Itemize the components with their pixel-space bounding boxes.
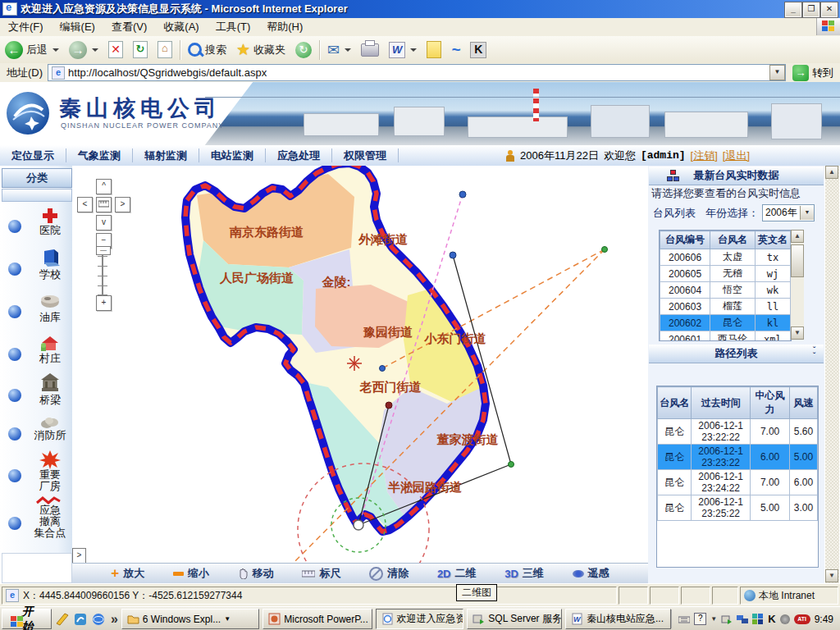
scroll-up-icon[interactable]: ▲ xyxy=(825,166,838,179)
scroll-thumb[interactable] xyxy=(791,244,804,277)
year-dropdown-icon[interactable]: ▼ xyxy=(800,206,814,220)
keyboard-tray-icon[interactable] xyxy=(678,614,690,625)
menu-file[interactable]: 文件(F) xyxy=(0,20,52,34)
print-button[interactable] xyxy=(356,43,384,57)
sidebar-item-hospital[interactable]: 医院 xyxy=(0,205,72,243)
edit-dropdown-icon[interactable] xyxy=(410,48,417,52)
tab-radiation-monitor[interactable]: 辐射监测 xyxy=(133,148,199,162)
history-button[interactable]: ↻ xyxy=(290,42,317,58)
start-button[interactable]: 开始 xyxy=(2,609,52,629)
note-button[interactable] xyxy=(422,41,446,58)
path-point-blue[interactable] xyxy=(380,366,386,372)
zoom-slider-handle[interactable]: — xyxy=(96,246,111,255)
address-dropdown-icon[interactable]: ▼ xyxy=(769,65,785,80)
path-point-blue[interactable] xyxy=(450,252,456,258)
scroll-down-icon[interactable]: ▼ xyxy=(825,569,838,582)
mail-dropdown-icon[interactable] xyxy=(345,48,351,52)
quicklaunch-editor-icon[interactable] xyxy=(55,612,70,627)
taskbar-button-powerpoint[interactable]: Microsoft PowerP... xyxy=(262,609,372,629)
taskbar-button-explorer-group[interactable]: 6 Windows Expl...▼ xyxy=(121,609,259,629)
pan-tool[interactable]: 移动 xyxy=(238,566,274,581)
taskbar-button-word-doc[interactable]: W 秦山核电站应急... xyxy=(565,609,671,629)
hidden-icons-chevron[interactable]: ▼ xyxy=(710,615,717,623)
grid-tray-icon[interactable] xyxy=(752,614,764,625)
layer-orb-icon[interactable] xyxy=(8,348,21,361)
table-row[interactable]: 200604悟空wk xyxy=(660,282,791,299)
taskbar-button-sql-server[interactable]: SQL Server 服务... xyxy=(467,609,562,629)
view-2d-tool[interactable]: 2D二维 xyxy=(437,566,477,581)
layer-orb-icon[interactable] xyxy=(8,389,21,402)
close-button[interactable]: ✕ xyxy=(821,2,838,17)
layer-orb-icon[interactable] xyxy=(8,427,21,441)
table-row[interactable]: 200606太虚tx xyxy=(660,249,791,266)
refresh-button[interactable]: ↻ xyxy=(128,41,153,58)
menu-favorites[interactable]: 收藏(A) xyxy=(155,20,207,34)
stop-button[interactable]: ✕ xyxy=(103,41,128,58)
exit-link[interactable]: [退出] xyxy=(723,148,750,163)
path-point-maroon[interactable] xyxy=(386,402,392,409)
layer-orb-icon[interactable] xyxy=(8,262,21,276)
scroll-down-icon[interactable]: ▼ xyxy=(791,326,804,340)
sidebar-item-fire-station[interactable]: 消防所 xyxy=(0,416,72,454)
back-button[interactable]: ← 后退 xyxy=(0,41,64,59)
menu-edit[interactable]: 编辑(E) xyxy=(52,20,103,34)
typhoon-table-scrollbar[interactable]: ▲ ▼ xyxy=(791,230,804,340)
layer-orb-icon[interactable] xyxy=(8,517,21,530)
round-tray-icon[interactable] xyxy=(780,614,790,624)
zoom-in-tool[interactable]: +放大 xyxy=(111,565,144,582)
map-canvas[interactable]: 南京东路街道 外滩街道 人民广场街道 金陵: 豫园街道 小东门街道 老西门街道 … xyxy=(72,166,649,583)
table-row[interactable]: 昆仑2006-12-1 23:22:227.005.60 xyxy=(658,419,818,445)
sidebar-item-evacuation-point[interactable]: 应急撤离集合点 xyxy=(0,494,72,551)
network-tray-icon[interactable] xyxy=(737,614,748,625)
messenger-button[interactable]: ~ xyxy=(446,41,465,59)
layer-orb-icon[interactable] xyxy=(8,469,21,482)
favorites-button[interactable]: ★收藏夹 xyxy=(231,40,290,59)
view-3d-tool[interactable]: 3D三维 xyxy=(504,566,544,581)
menu-view[interactable]: 查看(V) xyxy=(103,20,155,34)
pan-down-button[interactable]: v xyxy=(96,215,112,231)
scroll-up-icon[interactable]: ▲ xyxy=(791,230,804,243)
table-row[interactable]: 昆仑2006-12-1 23:24:227.006.00 xyxy=(658,470,818,495)
edit-word-button[interactable]: W xyxy=(384,42,422,58)
pan-left-button[interactable]: < xyxy=(77,197,93,212)
path-point-green[interactable] xyxy=(509,462,514,468)
kaspersky-tray-icon[interactable]: K xyxy=(768,613,775,625)
restore-button[interactable]: ❐ xyxy=(803,2,819,17)
table-row[interactable]: 200603榴莲ll xyxy=(660,299,791,315)
tab-location-display[interactable]: 定位显示 xyxy=(0,148,66,162)
tab-permission-mgmt[interactable]: 权限管理 xyxy=(332,148,399,162)
path-list-header[interactable]: 路径列表 ˇˇ xyxy=(649,345,824,363)
back-dropdown-icon[interactable] xyxy=(52,48,59,52)
pan-up-button[interactable]: ^ xyxy=(96,179,112,194)
table-row-selected[interactable]: 昆仑2006-12-1 23:23:226.005.00 xyxy=(658,445,818,470)
ruler-tool[interactable]: 标尺 xyxy=(302,566,340,581)
tab-weather-monitor[interactable]: 气象监测 xyxy=(66,148,133,162)
quicklaunch-overflow-chevron[interactable]: » xyxy=(111,612,118,627)
page-scrollbar[interactable]: ▲ ▼ xyxy=(825,166,839,583)
table-row[interactable]: 昆仑2006-12-1 23:25:225.003.00 xyxy=(658,495,818,521)
quicklaunch-app-icon[interactable] xyxy=(73,612,88,627)
remote-sensing-tool[interactable]: 遥感 xyxy=(573,566,609,581)
path-point-green[interactable] xyxy=(602,247,608,253)
sidebar-item-oil-depot[interactable]: 油库 xyxy=(0,290,72,328)
mail-button[interactable]: ✉ xyxy=(322,41,356,59)
tab-emergency-handling[interactable]: 应急处理 xyxy=(266,148,332,162)
help-tray-icon[interactable]: ? xyxy=(694,613,706,625)
sidebar-item-important-plant[interactable]: 重要厂房 xyxy=(0,450,72,499)
layer-orb-icon[interactable] xyxy=(8,220,21,233)
collapse-chevrons-icon[interactable]: ˇˇ xyxy=(813,347,815,358)
ati-tray-icon[interactable]: ATI xyxy=(794,614,810,624)
search-button[interactable]: 搜索 xyxy=(183,43,231,57)
go-button[interactable]: →转到 xyxy=(789,65,840,81)
table-row[interactable]: 200601西马伦xml xyxy=(660,331,791,342)
tab-plant-monitor[interactable]: 电站监测 xyxy=(199,148,266,162)
layer-orb-icon[interactable] xyxy=(8,305,21,318)
sidebar-item-village[interactable]: 村庄 xyxy=(0,333,72,371)
year-select[interactable]: 2006年 ▼ xyxy=(762,204,815,221)
forward-button[interactable]: → xyxy=(64,41,103,59)
quicklaunch-ie-icon[interactable] xyxy=(91,612,106,627)
zoom-plus-button[interactable]: + xyxy=(96,295,112,311)
sidebar-collapse-button[interactable]: > xyxy=(72,548,86,564)
path-point-blue[interactable] xyxy=(459,191,466,198)
forward-dropdown-icon[interactable] xyxy=(92,48,98,52)
